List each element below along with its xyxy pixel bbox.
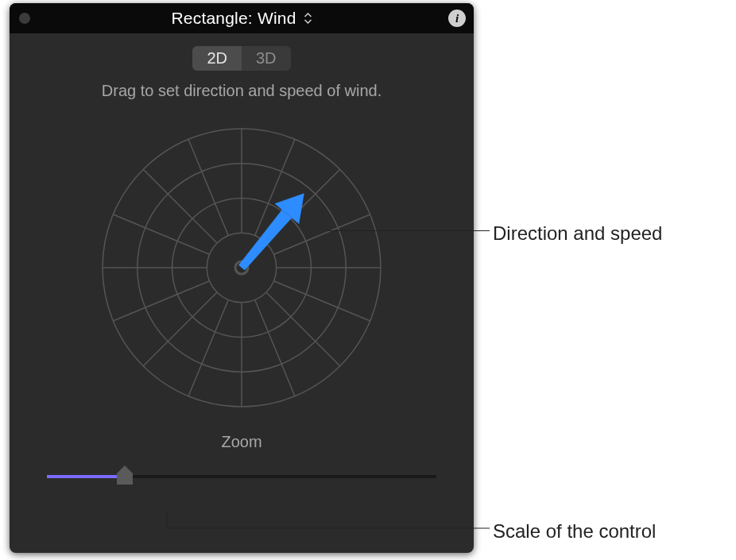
titlebar: Rectangle: Wind i <box>10 3 474 33</box>
callout-direction: Direction and speed <box>493 222 662 245</box>
callout-scale: Scale of the control <box>493 520 656 543</box>
toggle-2d[interactable]: 2D <box>192 46 242 71</box>
toggle-3d[interactable]: 3D <box>242 46 291 71</box>
panel-title-text: Rectangle: Wind <box>171 9 296 28</box>
wind-compass[interactable] <box>91 117 393 419</box>
svg-marker-25 <box>117 465 133 485</box>
info-icon[interactable]: i <box>448 10 466 27</box>
window-close-dot[interactable] <box>19 13 30 24</box>
panel-title-dropdown[interactable]: Rectangle: Wind <box>171 9 312 28</box>
zoom-label: Zoom <box>221 433 261 451</box>
svg-rect-24 <box>47 475 125 478</box>
instruction-text: Drag to set direction and speed of wind. <box>102 80 382 101</box>
panel-body: 2D 3D Drag to set direction and speed of… <box>10 33 474 553</box>
zoom-slider[interactable] <box>47 462 436 486</box>
wind-hud-panel: Rectangle: Wind i 2D 3D Drag to set dire… <box>10 3 474 553</box>
svg-marker-21 <box>238 210 292 270</box>
callout-line-direction <box>326 230 490 231</box>
dimension-toggle: 2D 3D <box>192 46 290 71</box>
chevron-updown-icon <box>304 13 312 24</box>
callout-line-scale <box>167 512 493 535</box>
